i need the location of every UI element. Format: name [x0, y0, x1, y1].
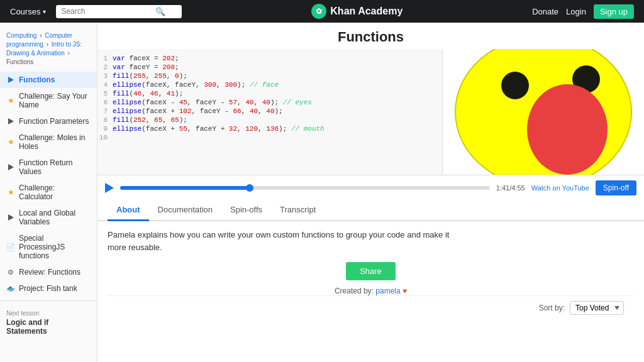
code-line-2: 2 var faceY = 208;: [97, 63, 442, 72]
sidebar-item-functions[interactable]: Functions: [0, 72, 97, 88]
book-icon: 📄: [6, 243, 15, 251]
star-icon: ★: [6, 96, 15, 105]
sort-select[interactable]: Top Voted Recent Hot: [570, 301, 624, 315]
play-icon-2: [6, 117, 15, 126]
breadcrumb-current: Functions: [6, 58, 33, 65]
star-icon-3: ★: [6, 188, 15, 197]
sidebar-label-calc: Challenge: Calculator: [19, 184, 91, 201]
next-lesson-label: Next lesson: [6, 310, 91, 317]
canvas-panel: [443, 49, 644, 175]
donate-link[interactable]: Donate: [532, 7, 558, 16]
search-box[interactable]: 🔍: [56, 5, 182, 18]
breadcrumb: Computing › Computer programming › Intro…: [0, 29, 97, 72]
about-description: Pamela explains how you can write your o…: [108, 229, 460, 253]
tab-documentation[interactable]: Documentation: [149, 200, 221, 221]
time-display: 1:41/4:55: [496, 184, 525, 192]
breadcrumb-computing[interactable]: Computing: [6, 32, 36, 39]
smiley-svg: [449, 49, 638, 175]
code-line-1: 1 var faceX = 202;: [97, 54, 442, 63]
video-section: 1 var faceX = 202; 2 var faceY = 208; 3 …: [97, 49, 644, 175]
sidebar-label-fish: Project: Fish tank: [19, 284, 77, 293]
code-line-6: 6 ellipse(faceX - 45, faceY - 57, 40, 40…: [97, 98, 442, 107]
sidebar-item-challenge-say-name[interactable]: ★ Challenge: Say Your Name: [0, 88, 97, 113]
top-nav: Courses ▾ 🔍 ✿ Khan Academy Donate Login …: [0, 0, 644, 23]
sidebar-item-return-values[interactable]: Function Return Values: [0, 155, 97, 180]
search-input[interactable]: [61, 7, 155, 16]
sidebar-item-local-global[interactable]: Local and Global Variables: [0, 205, 97, 230]
sidebar-label-function-params: Function Parameters: [19, 117, 89, 126]
progress-bar[interactable]: [120, 186, 490, 190]
sidebar: Computing › Computer programming › Intro…: [0, 23, 97, 362]
chevron-down-icon: ▾: [43, 8, 46, 15]
code-line-9: 9 ellipse(faceX + 55, faceY + 32, 120, 1…: [97, 124, 442, 133]
watch-youtube-link[interactable]: Watch on YouTube: [531, 184, 589, 192]
sidebar-item-review[interactable]: ⚙ Review: Functions: [0, 264, 97, 280]
time-current: 1:41: [496, 184, 509, 192]
svg-point-3: [527, 84, 608, 175]
tab-spinoffs[interactable]: Spin-offs: [221, 200, 271, 221]
created-row: Created by: pamela ♥: [108, 287, 634, 295]
sidebar-label-moles: Challenge: Moles in Holes: [19, 133, 91, 151]
content-area: Functions 1 var faceX = 202; 2 var faceY…: [97, 23, 644, 362]
progress-fill: [120, 186, 250, 190]
code-line-5: 5 fill(46, 46, 41);: [97, 89, 442, 98]
spin-off-button[interactable]: Spin-off: [596, 180, 636, 195]
author-link[interactable]: pamela: [375, 287, 400, 295]
nav-right: Donate Login Sign up: [532, 4, 634, 19]
sidebar-item-function-params[interactable]: Function Parameters: [0, 113, 97, 129]
login-link[interactable]: Login: [566, 7, 586, 16]
sort-row: Sort by: Top Voted Recent Hot: [108, 295, 634, 320]
sidebar-label-special: Special ProcessingJS functions: [19, 234, 91, 260]
courses-label: Courses: [10, 7, 40, 16]
svg-point-1: [501, 72, 529, 99]
sort-label: Sort by:: [539, 304, 565, 312]
tab-transcript[interactable]: Transcript: [271, 200, 325, 221]
heart-icon: ♥: [402, 287, 407, 295]
play-icon-4: [6, 213, 15, 222]
gear-icon: ⚙: [6, 268, 15, 277]
code-line-4: 4 ellipse(faceX, faceY, 300, 300); // fa…: [97, 80, 442, 89]
search-icon[interactable]: 🔍: [155, 7, 165, 16]
sidebar-label-say-name: Challenge: Say Your Name: [19, 92, 91, 109]
signup-link[interactable]: Sign up: [594, 4, 634, 19]
sidebar-item-project-fish[interactable]: 🐟 Project: Fish tank: [0, 280, 97, 297]
share-button[interactable]: Share: [346, 262, 396, 280]
progress-thumb: [246, 184, 253, 192]
tabs-row: About Documentation Spin-offs Transcript: [97, 200, 644, 221]
sidebar-divider: [0, 300, 97, 301]
sidebar-item-challenge-calc[interactable]: ★ Challenge: Calculator: [0, 180, 97, 205]
sidebar-item-special-processing[interactable]: 📄 Special ProcessingJS functions: [0, 230, 97, 264]
sidebar-label-review: Review: Functions: [19, 268, 80, 277]
sidebar-label-return: Function Return Values: [19, 158, 91, 176]
about-section: Pamela explains how you can write your o…: [97, 221, 644, 362]
code-panel[interactable]: 1 var faceX = 202; 2 var faceY = 208; 3 …: [97, 49, 443, 175]
page-title: Functions: [97, 23, 644, 49]
play-icon-3: [6, 163, 15, 172]
site-logo: ✿ Khan Academy: [311, 4, 402, 19]
star-icon-2: ★: [6, 138, 15, 146]
code-line-10: 10: [97, 133, 442, 142]
play-button[interactable]: [105, 183, 114, 193]
code-line-7: 7 ellipse(faceX + 102, faceY - 66, 40, 4…: [97, 107, 442, 116]
created-by-label: Created by:: [335, 287, 374, 295]
play-icon: [6, 75, 15, 84]
code-line-8: 8 fill(252, 65, 65);: [97, 116, 442, 124]
sidebar-label-local-global: Local and Global Variables: [19, 209, 91, 226]
sidebar-label-functions: Functions: [19, 75, 55, 84]
sidebar-item-challenge-moles[interactable]: ★ Challenge: Moles in Holes: [0, 129, 97, 155]
fish-icon: 🐟: [6, 284, 15, 293]
controls-bar: 1:41/4:55 Watch on YouTube Spin-off: [97, 175, 644, 200]
next-lesson-title: Logic and if Statements: [6, 318, 91, 336]
time-total: 4:55: [511, 184, 525, 192]
tab-about[interactable]: About: [108, 200, 149, 221]
courses-menu[interactable]: Courses ▾: [10, 7, 46, 16]
main-layout: Computing › Computer programming › Intro…: [0, 23, 644, 362]
next-lesson: Next lesson Logic and if Statements: [0, 305, 97, 341]
logo-text: Khan Academy: [330, 6, 402, 17]
share-row: Share: [108, 262, 634, 280]
code-line-3: 3 fill(255, 255, 0);: [97, 72, 442, 80]
logo-icon: ✿: [311, 4, 326, 19]
